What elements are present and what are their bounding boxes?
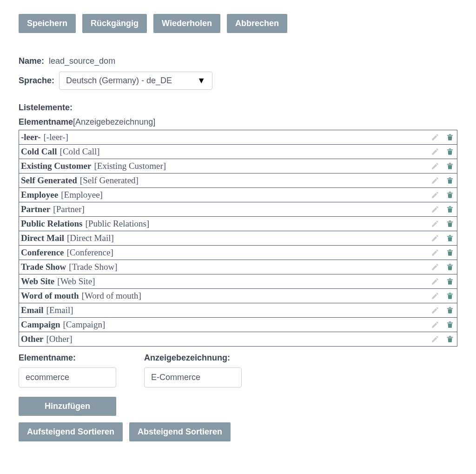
edit-icon[interactable] bbox=[431, 147, 439, 156]
list-row: Trade Show[Trade Show] bbox=[19, 260, 457, 274]
item-name: Email bbox=[21, 305, 44, 315]
language-label: Sprache: bbox=[19, 76, 54, 86]
edit-icon[interactable] bbox=[431, 248, 439, 257]
delete-icon[interactable] bbox=[446, 277, 454, 286]
list-row: Existing Customer[Existing Customer] bbox=[19, 159, 457, 174]
item-name: Public Relations bbox=[21, 219, 82, 229]
sort-row: Aufsteigend Sortieren Absteigend Sortier… bbox=[19, 422, 457, 441]
language-select[interactable]: Deutsch (Germany) - de_DE ▼ bbox=[59, 72, 212, 90]
name-label: Name: bbox=[19, 56, 44, 66]
list-table: -leer-[-leer-]Cold Call[Cold Call]Existi… bbox=[19, 130, 457, 347]
row-icons bbox=[431, 205, 454, 214]
item-name: Conference bbox=[21, 247, 64, 258]
edit-icon[interactable] bbox=[431, 234, 439, 242]
item-display: [Email] bbox=[46, 305, 73, 315]
toolbar: Speichern Rückgängig Wiederholen Abbrech… bbox=[19, 14, 457, 33]
edit-icon[interactable] bbox=[431, 320, 439, 329]
list-row: Direct Mail[Direct Mail] bbox=[19, 231, 457, 246]
list-row: Email[Email] bbox=[19, 303, 457, 318]
row-icons bbox=[431, 263, 454, 271]
item-display: [Word of mouth] bbox=[82, 291, 141, 301]
cancel-button[interactable]: Abbrechen bbox=[227, 14, 287, 33]
list-row: Self Generated[Self Generated] bbox=[19, 174, 457, 188]
item-name: Trade Show bbox=[21, 262, 66, 272]
delete-icon[interactable] bbox=[446, 220, 454, 228]
list-section-label: Listelemente: bbox=[19, 103, 457, 113]
edit-icon[interactable] bbox=[431, 191, 439, 199]
display-label-input[interactable] bbox=[144, 367, 242, 387]
delete-icon[interactable] bbox=[446, 248, 454, 257]
save-button[interactable]: Speichern bbox=[19, 14, 76, 33]
add-name-label: Elementname: bbox=[19, 353, 116, 363]
delete-icon[interactable] bbox=[446, 176, 454, 185]
row-icons bbox=[431, 320, 454, 329]
name-value: lead_source_dom bbox=[49, 56, 115, 66]
item-name: Partner bbox=[21, 204, 50, 214]
add-display-label: Anzeigebezeichnung: bbox=[144, 353, 242, 363]
delete-icon[interactable] bbox=[446, 263, 454, 271]
edit-icon[interactable] bbox=[431, 292, 439, 300]
item-name: Web Site bbox=[21, 276, 54, 287]
item-name: Employee bbox=[21, 190, 58, 200]
redo-button[interactable]: Wiederholen bbox=[153, 14, 220, 33]
row-icons bbox=[431, 292, 454, 300]
add-section: Elementname: Hinzufügen Anzeigebezeichnu… bbox=[19, 353, 457, 416]
list-row: Cold Call[Cold Call] bbox=[19, 145, 457, 159]
add-display-col: Anzeigebezeichnung: bbox=[144, 353, 242, 416]
sort-desc-button[interactable]: Absteigend Sortieren bbox=[129, 422, 231, 441]
edit-icon[interactable] bbox=[431, 205, 439, 214]
list-header: Elementname[Anzeigebezeichnung] bbox=[19, 117, 457, 127]
delete-icon[interactable] bbox=[446, 335, 454, 343]
edit-icon[interactable] bbox=[431, 162, 439, 170]
delete-icon[interactable] bbox=[446, 292, 454, 300]
delete-icon[interactable] bbox=[446, 147, 454, 156]
item-display: [Conference] bbox=[67, 247, 113, 258]
delete-icon[interactable] bbox=[446, 162, 454, 170]
delete-icon[interactable] bbox=[446, 234, 454, 242]
row-icons bbox=[431, 147, 454, 156]
row-icons bbox=[431, 176, 454, 185]
row-icons bbox=[431, 248, 454, 257]
row-icons bbox=[431, 162, 454, 170]
list-row: Employee[Employee] bbox=[19, 188, 457, 202]
edit-icon[interactable] bbox=[431, 263, 439, 271]
list-row: -leer-[-leer-] bbox=[19, 130, 457, 145]
delete-icon[interactable] bbox=[446, 133, 454, 141]
item-name: Existing Customer bbox=[21, 161, 91, 171]
item-display: [-leer-] bbox=[44, 132, 68, 142]
row-icons bbox=[431, 277, 454, 286]
list-row: Public Relations[Public Relations] bbox=[19, 217, 457, 231]
delete-icon[interactable] bbox=[446, 306, 454, 314]
item-display: [Public Relations] bbox=[85, 219, 149, 229]
list-row: Conference[Conference] bbox=[19, 246, 457, 260]
row-icons bbox=[431, 191, 454, 199]
row-icons bbox=[431, 306, 454, 314]
header-name: Elementname bbox=[19, 117, 73, 127]
element-name-input[interactable] bbox=[19, 367, 116, 387]
item-name: Campaign bbox=[21, 320, 60, 330]
item-display: [Direct Mail] bbox=[67, 233, 114, 243]
delete-icon[interactable] bbox=[446, 320, 454, 329]
edit-icon[interactable] bbox=[431, 220, 439, 228]
edit-icon[interactable] bbox=[431, 277, 439, 286]
chevron-down-icon: ▼ bbox=[197, 76, 205, 86]
list-row: Web Site[Web Site] bbox=[19, 274, 457, 289]
delete-icon[interactable] bbox=[446, 205, 454, 214]
name-row: Name: lead_source_dom bbox=[19, 56, 457, 66]
edit-icon[interactable] bbox=[431, 176, 439, 185]
language-value: Deutsch (Germany) - de_DE bbox=[66, 76, 172, 86]
item-display: [Other] bbox=[46, 334, 73, 344]
edit-icon[interactable] bbox=[431, 335, 439, 343]
edit-icon[interactable] bbox=[431, 133, 439, 141]
add-button[interactable]: Hinzufügen bbox=[19, 397, 116, 416]
item-display: [Existing Customer] bbox=[94, 161, 166, 171]
row-icons bbox=[431, 335, 454, 343]
header-display: [Anzeigebezeichnung] bbox=[73, 117, 155, 127]
item-name: Other bbox=[21, 334, 44, 344]
item-display: [Trade Show] bbox=[69, 262, 117, 272]
list-row: Partner[Partner] bbox=[19, 202, 457, 217]
sort-asc-button[interactable]: Aufsteigend Sortieren bbox=[19, 422, 123, 441]
edit-icon[interactable] bbox=[431, 306, 439, 314]
delete-icon[interactable] bbox=[446, 191, 454, 199]
undo-button[interactable]: Rückgängig bbox=[82, 14, 147, 33]
